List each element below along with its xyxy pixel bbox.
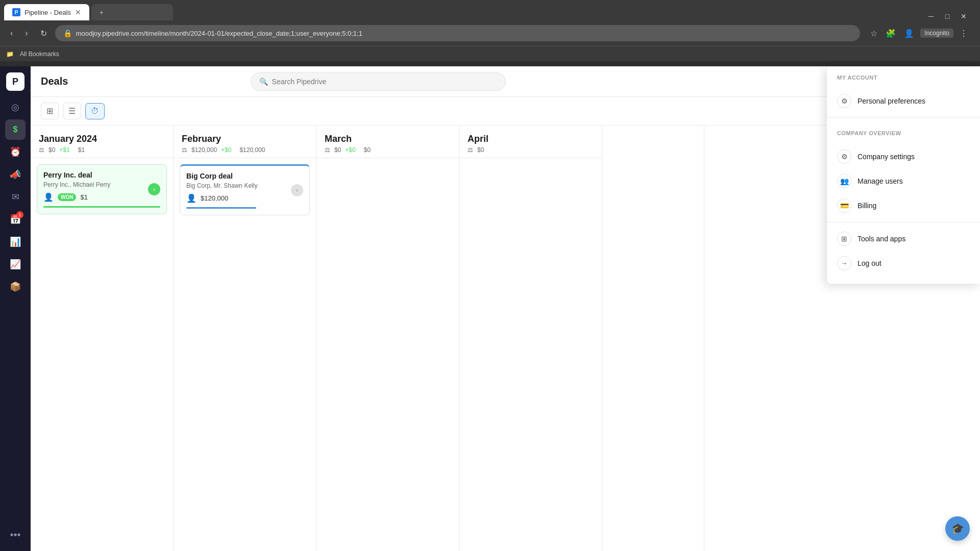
help-floating-btn[interactable]: 🎓 bbox=[945, 516, 970, 541]
billing-icon: 💳 bbox=[837, 198, 851, 213]
new-tab[interactable]: + bbox=[91, 4, 173, 20]
pipeline-view-btn[interactable]: ⊞ bbox=[41, 103, 59, 119]
logout-icon: → bbox=[837, 256, 851, 270]
mail-icon: ✉ bbox=[12, 191, 19, 203]
april-total: $0 bbox=[477, 146, 484, 154]
timeline-view-btn[interactable]: ⏱ bbox=[85, 103, 105, 119]
search-icon: 🔍 bbox=[259, 78, 268, 86]
perry-deal-progress bbox=[43, 206, 160, 208]
timeline-columns: January 2024 ⚖ $0 +$1 $1 Perry Inc. deal bbox=[31, 126, 704, 551]
personal-preferences-item[interactable]: ⚙ Personal preferences bbox=[827, 89, 980, 113]
tab-close-btn[interactable]: ✕ bbox=[75, 8, 81, 16]
refresh-btn[interactable]: ↻ bbox=[36, 27, 51, 40]
calendar-badge: 1 bbox=[16, 211, 23, 218]
lock-icon: 🔒 bbox=[63, 29, 72, 37]
january-label: January 2024 bbox=[39, 134, 165, 144]
manage-users-item[interactable]: 👥 Manage users bbox=[827, 169, 980, 193]
logout-item[interactable]: → Log out bbox=[827, 251, 980, 276]
list-view-btn[interactable]: ☰ bbox=[63, 103, 81, 119]
perry-deal-footer: 👤 WON $1 bbox=[43, 192, 160, 202]
company-overview-section: COMPANY OVERVIEW bbox=[827, 122, 980, 144]
timeline-icon: ⏱ bbox=[91, 107, 99, 116]
column-header-january: January 2024 ⚖ $0 +$1 $1 bbox=[31, 126, 173, 158]
bigcorp-deal-arrow: › bbox=[291, 184, 303, 196]
march-label: March bbox=[325, 134, 451, 144]
bigcorp-deal-card[interactable]: Big Corp deal Big Corp, Mr. Shawn Kelly … bbox=[180, 164, 310, 215]
april-label: April bbox=[468, 134, 594, 144]
february-body: Big Corp deal Big Corp, Mr. Shawn Kelly … bbox=[174, 158, 316, 221]
dropdown-divider-1 bbox=[827, 117, 980, 118]
extensions-btn[interactable]: 🧩 bbox=[884, 27, 898, 40]
sidebar-item-deals[interactable]: $ bbox=[5, 119, 26, 140]
sidebar-item-insights[interactable]: 📈 bbox=[5, 254, 26, 274]
tools-apps-item[interactable]: ⊞ Tools and apps bbox=[827, 227, 980, 251]
minimize-btn[interactable]: ─ bbox=[927, 12, 935, 20]
sidebar-item-activities[interactable]: ⏰ bbox=[5, 142, 26, 162]
sidebar-more-btn[interactable]: ••• bbox=[5, 524, 26, 545]
bigcorp-deal-amount: $120,000 bbox=[201, 194, 228, 202]
box-icon: 📦 bbox=[10, 281, 21, 292]
march-total: $0 bbox=[334, 146, 341, 154]
search-container[interactable]: 🔍 bbox=[251, 72, 506, 91]
browser-actions: ☆ 🧩 👤 Incognito ⋮ bbox=[864, 27, 974, 40]
megaphone-icon: 📣 bbox=[10, 169, 21, 180]
perry-deal-arrow: › bbox=[148, 183, 160, 195]
close-btn[interactable]: ✕ bbox=[960, 12, 968, 20]
address-bar[interactable]: 🔒 moodjoy.pipedrive.com/timeline/month/2… bbox=[55, 25, 861, 41]
sidebar-item-leads[interactable]: 📣 bbox=[5, 164, 26, 185]
sidebar-item-reports[interactable]: 📊 bbox=[5, 232, 26, 252]
chart-icon: 📈 bbox=[10, 259, 21, 270]
back-btn[interactable]: ‹ bbox=[6, 27, 17, 40]
january-delta: +$1 bbox=[59, 146, 69, 154]
tools-apps-label: Tools and apps bbox=[857, 235, 905, 243]
column-header-april: April ⚖ $0 bbox=[459, 126, 602, 158]
search-input[interactable] bbox=[272, 78, 497, 86]
dollar-icon: $ bbox=[13, 125, 18, 134]
march-delta: +$0 bbox=[345, 146, 355, 154]
my-account-title: MY ACCOUNT bbox=[837, 74, 970, 81]
sidebar-item-calendar[interactable]: 📅 1 bbox=[5, 209, 26, 230]
sidebar-item-mail[interactable]: ✉ bbox=[5, 187, 26, 207]
app-container: P ◎ $ ⏰ 📣 ✉ 📅 1 📊 📈 📦 bbox=[0, 66, 980, 551]
february-stats: ⚖ $120,000 +$0 $120,000 bbox=[182, 146, 308, 154]
maximize-btn[interactable]: □ bbox=[943, 12, 951, 20]
bookmarks-label[interactable]: All Bookmarks bbox=[20, 51, 59, 58]
incognito-badge: Incognito bbox=[920, 29, 953, 38]
profile-btn[interactable]: 👤 bbox=[902, 27, 916, 40]
april-body bbox=[459, 158, 602, 170]
column-april: April ⚖ $0 bbox=[459, 126, 602, 551]
company-settings-icon: ⚙ bbox=[837, 149, 851, 164]
sidebar-item-home[interactable]: ◎ bbox=[5, 97, 26, 117]
tab-favicon: P bbox=[12, 8, 20, 16]
balance-icon-feb: ⚖ bbox=[182, 146, 187, 154]
preferences-icon: ⚙ bbox=[837, 94, 851, 108]
sidebar-bottom: ••• bbox=[5, 524, 26, 545]
dropdown-menu: MY ACCOUNT ⚙ Personal preferences COMPAN… bbox=[827, 66, 980, 284]
column-january: January 2024 ⚖ $0 +$1 $1 Perry Inc. deal bbox=[31, 126, 174, 551]
company-settings-item[interactable]: ⚙ Company settings bbox=[827, 144, 980, 169]
logout-label: Log out bbox=[857, 259, 881, 267]
menu-btn[interactable]: ⋮ bbox=[958, 27, 970, 40]
perry-deal-subtitle: Perry Inc., Michael Perry bbox=[43, 181, 160, 188]
manage-users-icon: 👥 bbox=[837, 174, 851, 188]
manage-users-label: Manage users bbox=[857, 177, 903, 185]
dots-icon: ••• bbox=[10, 529, 20, 541]
perry-deal-card[interactable]: Perry Inc. deal Perry Inc., Michael Perr… bbox=[37, 164, 167, 214]
tab-title: Pipeline - Deals bbox=[24, 9, 71, 16]
march-body bbox=[316, 158, 459, 170]
active-tab[interactable]: P Pipeline - Deals ✕ bbox=[4, 4, 89, 20]
bookmark-star-btn[interactable]: ☆ bbox=[868, 27, 879, 40]
april-stats: ⚖ $0 bbox=[468, 146, 594, 154]
app-logo[interactable]: P bbox=[6, 72, 24, 91]
bookmarks-bar: 📁 All Bookmarks bbox=[0, 46, 980, 61]
forward-btn[interactable]: › bbox=[21, 27, 32, 40]
page-title: Deals bbox=[41, 76, 68, 87]
sidebar-item-products[interactable]: 📦 bbox=[5, 277, 26, 297]
balance-icon: ⚖ bbox=[39, 146, 44, 154]
column-extra bbox=[602, 126, 704, 551]
billing-item[interactable]: 💳 Billing bbox=[827, 193, 980, 218]
home-icon: ◎ bbox=[11, 102, 19, 113]
person-icon-bigcorp: 👤 bbox=[186, 193, 197, 203]
billing-label: Billing bbox=[857, 202, 876, 210]
march-subtotal: $0 bbox=[364, 146, 371, 154]
